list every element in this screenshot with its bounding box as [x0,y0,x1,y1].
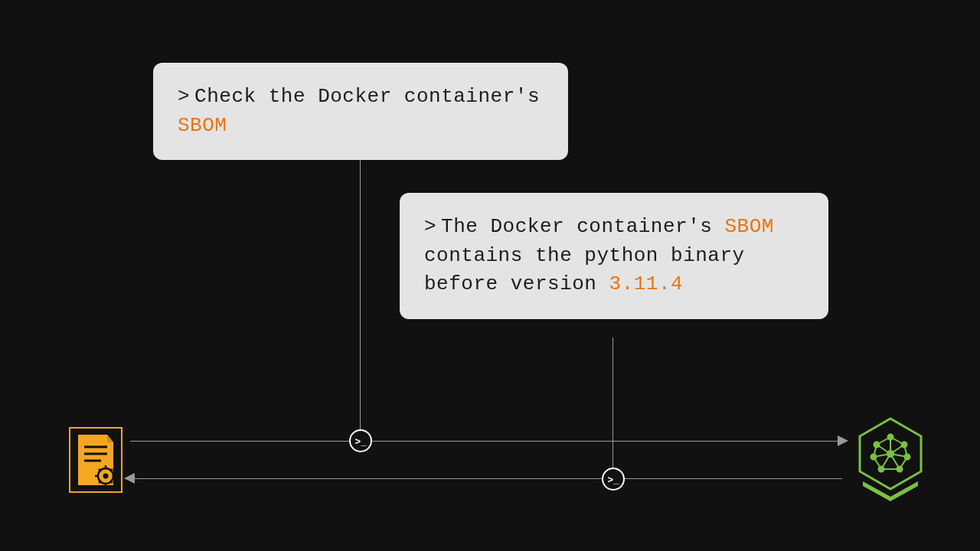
svg-point-35 [874,442,880,448]
connector-line-card2 [612,337,613,479]
response-highlight-sbom: SBOM [724,215,773,238]
svg-point-34 [871,455,877,460]
svg-point-28 [887,451,893,457]
prompt-prefix: > [178,85,190,108]
response-highlight-version: 3.11.4 [609,272,684,295]
flow-line-top [130,441,842,442]
arrowhead-right-icon [838,435,848,446]
terminal-glyph: >_ [608,474,619,484]
response-text-mid: contains the python binary before versio… [424,244,745,296]
svg-point-33 [879,467,884,472]
connector-line-card1 [360,158,361,441]
response-text-pre: The Docker container's [441,215,712,238]
prompt-text: Check the Docker container's [194,85,540,108]
terminal-glyph: >_ [355,436,367,446]
prompt-prefix: > [424,215,436,238]
svg-point-30 [902,442,907,448]
terminal-node-icon: >_ [602,468,625,491]
svg-point-29 [888,435,893,440]
svg-point-32 [897,467,903,472]
document-config-icon [69,427,122,497]
svg-point-13 [103,474,109,479]
network-hex-icon [854,416,927,505]
terminal-node-icon: >_ [349,429,372,452]
flow-line-bottom [130,478,842,479]
svg-point-31 [905,455,910,460]
prompt-card-check: >Check the Docker container's SBOM [153,63,568,160]
prompt-highlight-sbom: SBOM [178,114,227,137]
response-card-sbom: >The Docker container's SBOM contains th… [400,193,828,319]
arrowhead-left-icon [124,473,135,484]
